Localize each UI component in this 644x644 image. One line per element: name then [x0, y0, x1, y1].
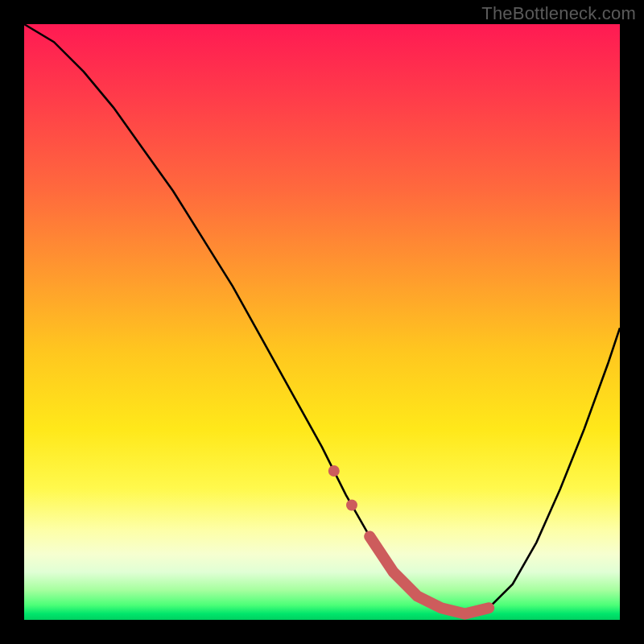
- optimal-range-highlight: [369, 536, 489, 613]
- watermark-text: TheBottleneck.com: [481, 3, 636, 24]
- chart-frame: TheBottleneck.com: [0, 0, 644, 644]
- highlight-dot-2: [346, 500, 357, 511]
- plot-area: [24, 24, 620, 620]
- bottleneck-curve-svg: [24, 24, 620, 620]
- highlight-dot-1: [328, 465, 340, 477]
- bottleneck-curve-line: [24, 24, 620, 614]
